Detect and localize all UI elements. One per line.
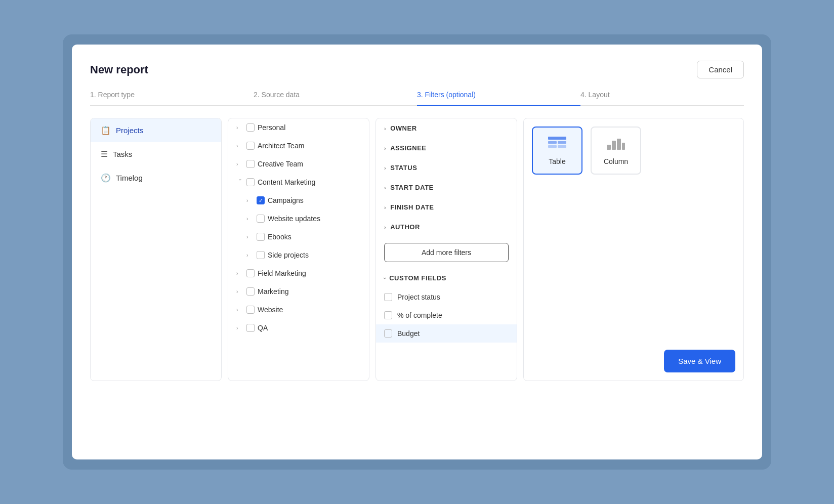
label-architect-team: Architect Team xyxy=(258,142,304,150)
data-row-marketing[interactable]: › Marketing xyxy=(228,282,369,301)
filter-status[interactable]: › STATUS xyxy=(376,158,517,178)
data-row-content-marketing[interactable]: › Content Marketing xyxy=(228,173,369,191)
label-creative-team: Creative Team xyxy=(258,160,303,168)
data-row-field-marketing[interactable]: › Field Marketing xyxy=(228,264,369,282)
checkbox-website-updates[interactable] xyxy=(257,215,265,223)
svg-rect-3 xyxy=(548,145,557,148)
data-row-website-updates[interactable]: › Website updates xyxy=(228,209,369,228)
data-panel: › Personal › Architect Team › Creative T… xyxy=(228,118,369,381)
data-row-website[interactable]: › Website xyxy=(228,301,369,319)
step-filters[interactable]: 3. Filters (optional) xyxy=(417,91,580,105)
svg-rect-1 xyxy=(548,141,557,144)
filter-finish-date[interactable]: › FINISH DATE xyxy=(376,197,517,217)
layout-column-label: Column xyxy=(602,157,630,165)
label-personal: Personal xyxy=(258,123,285,132)
filter-owner[interactable]: › OWNER xyxy=(376,118,517,138)
svg-rect-8 xyxy=(622,143,625,150)
checkbox-website[interactable] xyxy=(246,306,255,314)
checkbox-ebooks[interactable] xyxy=(257,233,265,241)
label-pct-complete: % of complete xyxy=(397,311,442,319)
svg-rect-4 xyxy=(558,145,566,148)
source-item-timelog[interactable]: 🕐 Timelog xyxy=(91,166,221,190)
chevron-website: › xyxy=(236,307,243,313)
chevron-start-date: › xyxy=(384,185,386,191)
filter-start-date[interactable]: › START DATE xyxy=(376,178,517,197)
checkbox-architect-team[interactable] xyxy=(246,142,255,150)
source-item-tasks[interactable]: ☰ Tasks xyxy=(91,142,221,166)
step-source-data[interactable]: 2. Source data xyxy=(254,91,417,105)
layout-panel: Table Column xyxy=(523,118,744,381)
checkbox-project-status[interactable] xyxy=(384,293,392,301)
label-content-marketing: Content Marketing xyxy=(258,178,315,186)
data-row-creative-team[interactable]: › Creative Team xyxy=(228,155,369,173)
step-layout[interactable]: 4. Layout xyxy=(580,91,744,105)
checkbox-content-marketing[interactable] xyxy=(246,178,255,186)
chevron-field-marketing: › xyxy=(236,271,243,276)
custom-field-budget[interactable]: Budget xyxy=(376,324,517,343)
source-item-timelog-label: Timelog xyxy=(116,174,143,182)
checkbox-side-projects[interactable] xyxy=(257,251,265,259)
data-row-architect-team[interactable]: › Architect Team xyxy=(228,137,369,155)
data-row-campaigns[interactable]: › Campaigns xyxy=(228,191,369,209)
label-side-projects: Side projects xyxy=(268,251,309,259)
modal-title: New report xyxy=(90,63,148,76)
checkbox-budget[interactable] xyxy=(384,329,392,338)
layout-card-column[interactable]: Column xyxy=(591,127,641,175)
checkbox-pct-complete[interactable] xyxy=(384,311,392,319)
custom-field-pct-complete[interactable]: % of complete xyxy=(376,306,517,324)
svg-rect-2 xyxy=(558,141,566,144)
checkbox-creative-team[interactable] xyxy=(246,160,255,168)
layout-options: Table Column xyxy=(524,118,743,183)
cancel-button[interactable]: Cancel xyxy=(697,61,744,78)
source-item-tasks-label: Tasks xyxy=(113,150,132,158)
chevron-content-marketing: › xyxy=(237,179,243,186)
filter-assignee[interactable]: › ASSIGNEE xyxy=(376,138,517,158)
chevron-website-updates: › xyxy=(246,216,254,222)
steps-bar: 1. Report type 2. Source data 3. Filters… xyxy=(90,91,744,106)
chevron-campaigns: › xyxy=(246,198,254,203)
data-row-ebooks[interactable]: › Ebooks xyxy=(228,228,369,246)
chevron-owner: › xyxy=(384,125,386,132)
chevron-qa: › xyxy=(236,325,243,331)
svg-rect-5 xyxy=(607,145,611,150)
label-website-updates: Website updates xyxy=(268,215,320,223)
custom-fields-header[interactable]: › CUSTOM FIELDS xyxy=(376,268,517,288)
svg-rect-0 xyxy=(548,137,566,140)
filter-author-label: AUTHOR xyxy=(390,223,420,231)
filter-author[interactable]: › AUTHOR xyxy=(376,217,517,237)
chevron-custom-fields: › xyxy=(382,277,388,279)
timelog-icon: 🕐 xyxy=(101,173,111,183)
filter-status-label: STATUS xyxy=(390,164,417,172)
checkbox-qa[interactable] xyxy=(246,324,255,332)
data-row-side-projects[interactable]: › Side projects xyxy=(228,246,369,264)
checkbox-campaigns[interactable] xyxy=(257,196,265,204)
filter-owner-label: OWNER xyxy=(390,124,416,132)
custom-fields-label: CUSTOM FIELDS xyxy=(389,274,446,282)
chevron-architect-team: › xyxy=(236,143,243,149)
data-row-qa[interactable]: › QA xyxy=(228,319,369,337)
label-campaigns: Campaigns xyxy=(268,196,304,204)
data-row-personal[interactable]: › Personal xyxy=(228,118,369,137)
add-filters-button[interactable]: Add more filters xyxy=(384,243,509,262)
save-view-button[interactable]: Save & View xyxy=(664,350,735,372)
checkbox-personal[interactable] xyxy=(246,123,255,132)
custom-field-project-status[interactable]: Project status xyxy=(376,288,517,306)
filter-assignee-label: ASSIGNEE xyxy=(390,144,426,152)
modal-header: New report Cancel xyxy=(90,61,744,78)
chevron-marketing: › xyxy=(236,289,243,295)
main-columns: 📋 Projects ☰ Tasks 🕐 Timelog › P xyxy=(90,118,744,381)
chevron-personal: › xyxy=(236,125,243,131)
layout-table-label: Table xyxy=(543,157,571,165)
chevron-author: › xyxy=(384,224,386,230)
outer-frame: New report Cancel 1. Report type 2. Sour… xyxy=(63,34,771,470)
layout-card-table[interactable]: Table xyxy=(532,127,582,175)
checkbox-field-marketing[interactable] xyxy=(246,269,255,277)
filters-panel: › OWNER › ASSIGNEE › STATUS › START DATE… xyxy=(376,118,517,381)
label-website: Website xyxy=(258,306,283,314)
column-icon xyxy=(602,136,630,154)
step-report-type[interactable]: 1. Report type xyxy=(90,91,254,105)
table-icon xyxy=(543,136,571,154)
checkbox-marketing[interactable] xyxy=(246,287,255,296)
chevron-ebooks: › xyxy=(246,234,254,240)
source-item-projects[interactable]: 📋 Projects xyxy=(91,118,221,142)
